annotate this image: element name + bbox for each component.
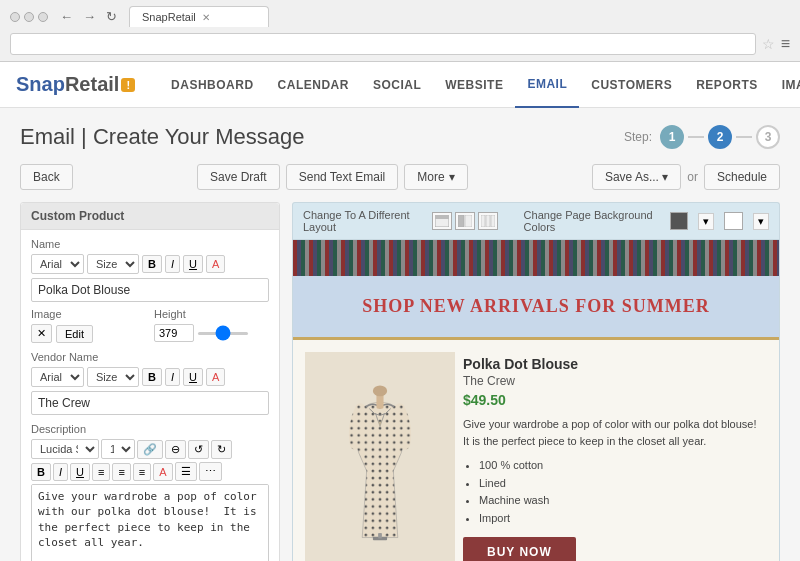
name-underline-btn[interactable]: U bbox=[183, 255, 203, 273]
back-arrow[interactable]: ← bbox=[56, 7, 77, 26]
name-color-btn[interactable]: A bbox=[206, 255, 225, 273]
toolbar: Back Save Draft Send Text Email More ▾ S… bbox=[20, 164, 780, 190]
email-product-row: Polka Dot Blouse The Crew $49.50 Give yo… bbox=[293, 337, 779, 561]
bookmark-icon[interactable]: ☆ bbox=[762, 36, 775, 52]
nav-link-dashboard[interactable]: DASHBOARD bbox=[159, 62, 266, 108]
dot-2 bbox=[24, 12, 34, 22]
step-label: Step: bbox=[624, 130, 652, 144]
top-nav: SnapRetail ! DASHBOARD CALENDAR SOCIAL W… bbox=[0, 62, 800, 108]
product-desc: Give your wardrobe a pop of color with o… bbox=[463, 416, 759, 449]
step-2: 2 bbox=[708, 125, 732, 149]
nav-link-calendar[interactable]: CALENDAR bbox=[266, 62, 361, 108]
svg-rect-3 bbox=[465, 215, 472, 227]
chevron-down-icon: ▾ bbox=[449, 170, 455, 184]
dot-1 bbox=[10, 12, 20, 22]
email-preview: SHOP NEW ARRIVALS FOR SUMMER bbox=[292, 239, 780, 561]
page-title: Email | Create Your Message bbox=[20, 124, 305, 150]
vendor-font-select[interactable]: Arial bbox=[31, 367, 84, 387]
desc-bold-btn[interactable]: B bbox=[31, 463, 51, 481]
desc-redo-btn[interactable]: ↻ bbox=[211, 440, 232, 459]
desc-unlink-btn[interactable]: ⊖ bbox=[165, 440, 186, 459]
logo-badge: ! bbox=[121, 78, 135, 92]
height-input[interactable] bbox=[154, 324, 194, 342]
name-bold-btn[interactable]: B bbox=[142, 255, 162, 273]
save-as-button[interactable]: Save As... ▾ bbox=[592, 164, 681, 190]
name-input[interactable] bbox=[31, 278, 269, 302]
editor-area: Custom Product Name Arial Size B I U A bbox=[20, 202, 780, 561]
or-label: or bbox=[687, 170, 698, 184]
feature-4: Import bbox=[479, 510, 759, 528]
nav-link-website[interactable]: WEBSITE bbox=[433, 62, 515, 108]
refresh-btn[interactable]: ↻ bbox=[102, 7, 121, 26]
desc-link-btn[interactable]: 🔗 bbox=[137, 440, 163, 459]
desc-more-btn[interactable]: ⋯ bbox=[199, 462, 222, 481]
toolbar-right: Save As... ▾ or Schedule bbox=[592, 164, 780, 190]
image-controls: ✕ Edit bbox=[31, 324, 146, 343]
more-button[interactable]: More ▾ bbox=[404, 164, 467, 190]
layout-icon-2[interactable] bbox=[455, 212, 475, 230]
nav-link-email[interactable]: EMAIL bbox=[515, 62, 579, 108]
vendor-italic-btn[interactable]: I bbox=[165, 368, 180, 386]
bg-color-swatch-2[interactable] bbox=[724, 212, 743, 230]
address-bar[interactable] bbox=[10, 33, 756, 55]
desc-font-select[interactable]: Lucida S... bbox=[31, 439, 99, 459]
menu-icon[interactable]: ≡ bbox=[781, 35, 790, 53]
browser-tab[interactable]: SnapRetail ✕ bbox=[129, 6, 269, 27]
feature-1: 100 % cotton bbox=[479, 457, 759, 475]
forward-arrow[interactable]: → bbox=[79, 7, 100, 26]
desc-align-center-btn[interactable]: ≡ bbox=[112, 463, 130, 481]
svg-rect-12 bbox=[378, 533, 382, 538]
desc-undo-btn[interactable]: ↺ bbox=[188, 440, 209, 459]
vendor-size-select[interactable]: Size bbox=[87, 367, 139, 387]
tab-close-icon[interactable]: ✕ bbox=[202, 12, 210, 23]
tab-title: SnapRetail bbox=[142, 11, 196, 23]
height-label: Height bbox=[154, 308, 269, 320]
back-button[interactable]: Back bbox=[20, 164, 73, 190]
svg-rect-5 bbox=[486, 215, 490, 227]
buy-now-button[interactable]: BUY NOW bbox=[463, 537, 576, 561]
desc-align-left-btn[interactable]: ≡ bbox=[92, 463, 110, 481]
step-indicator: Step: 1 2 3 bbox=[624, 125, 780, 149]
product-vendor: The Crew bbox=[463, 374, 759, 388]
dot-3 bbox=[38, 12, 48, 22]
desc-italic-btn[interactable]: I bbox=[53, 463, 68, 481]
image-remove-btn[interactable]: ✕ bbox=[31, 324, 52, 343]
desc-underline-btn[interactable]: U bbox=[70, 463, 90, 481]
nav-link-social[interactable]: SOCIAL bbox=[361, 62, 433, 108]
email-hero: SHOP NEW ARRIVALS FOR SUMMER bbox=[293, 276, 779, 337]
layout-icon-1[interactable] bbox=[432, 212, 452, 230]
browser-tab-bar: SnapRetail ✕ bbox=[129, 6, 269, 27]
desc-align-right-btn[interactable]: ≡ bbox=[133, 463, 151, 481]
vendor-color-btn[interactable]: A bbox=[206, 368, 225, 386]
desc-color-btn[interactable]: A bbox=[153, 463, 172, 481]
nav-link-images[interactable]: IMAGES bbox=[770, 62, 800, 108]
step-1: 1 bbox=[660, 125, 684, 149]
desc-textarea[interactable]: Give your wardrobe a pop of color with o… bbox=[31, 484, 269, 561]
save-draft-button[interactable]: Save Draft bbox=[197, 164, 280, 190]
name-font-select[interactable]: Arial bbox=[31, 254, 84, 274]
panel-header: Custom Product bbox=[21, 203, 279, 230]
image-edit-btn[interactable]: Edit bbox=[56, 325, 93, 343]
desc-size-select[interactable]: 11 bbox=[101, 439, 135, 459]
nav-link-reports[interactable]: REPORTS bbox=[684, 62, 770, 108]
bg-color-swatch-1[interactable] bbox=[670, 212, 689, 230]
name-italic-btn[interactable]: I bbox=[165, 255, 180, 273]
step-connector-2 bbox=[736, 136, 752, 138]
nav-link-customers[interactable]: CUSTOMERS bbox=[579, 62, 684, 108]
bg-color-dropdown-btn-2[interactable]: ▾ bbox=[753, 213, 769, 230]
layout-icon-3[interactable] bbox=[478, 212, 498, 230]
bg-color-dropdown-btn-1[interactable]: ▾ bbox=[698, 213, 714, 230]
browser-nav-arrows: ← → ↻ bbox=[56, 7, 121, 26]
desc-list-btn[interactable]: ☰ bbox=[175, 462, 197, 481]
height-slider[interactable] bbox=[198, 332, 248, 335]
chevron-down-icon-saveas: ▾ bbox=[662, 170, 668, 184]
svg-rect-6 bbox=[491, 215, 495, 227]
vendor-bold-btn[interactable]: B bbox=[142, 368, 162, 386]
panel-body: Name Arial Size B I U A bbox=[21, 230, 279, 561]
vendor-format-bar: Arial Size B I U A bbox=[31, 367, 269, 387]
send-text-email-button[interactable]: Send Text Email bbox=[286, 164, 399, 190]
name-size-select[interactable]: Size bbox=[87, 254, 139, 274]
vendor-input[interactable] bbox=[31, 391, 269, 415]
vendor-underline-btn[interactable]: U bbox=[183, 368, 203, 386]
schedule-button[interactable]: Schedule bbox=[704, 164, 780, 190]
